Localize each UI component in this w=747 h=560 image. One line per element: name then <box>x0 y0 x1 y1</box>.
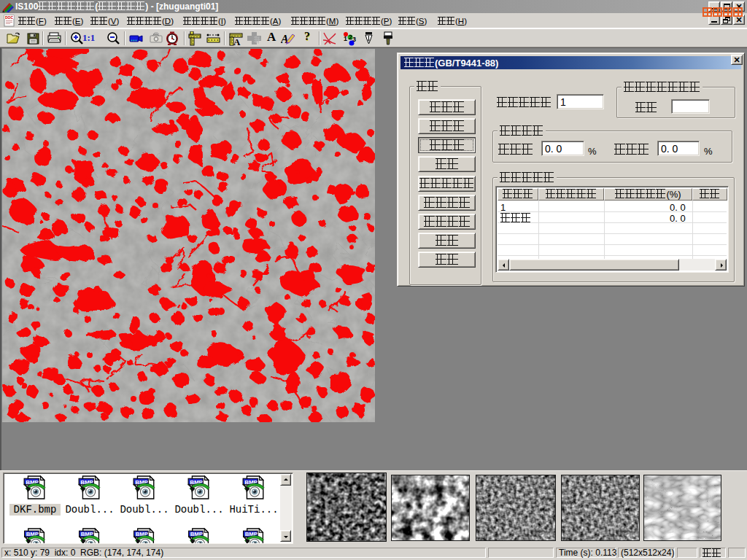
svg-text:DOC: DOC <box>5 15 14 20</box>
svg-text:A: A <box>233 36 241 46</box>
svg-text:1: 1 <box>344 35 347 42</box>
